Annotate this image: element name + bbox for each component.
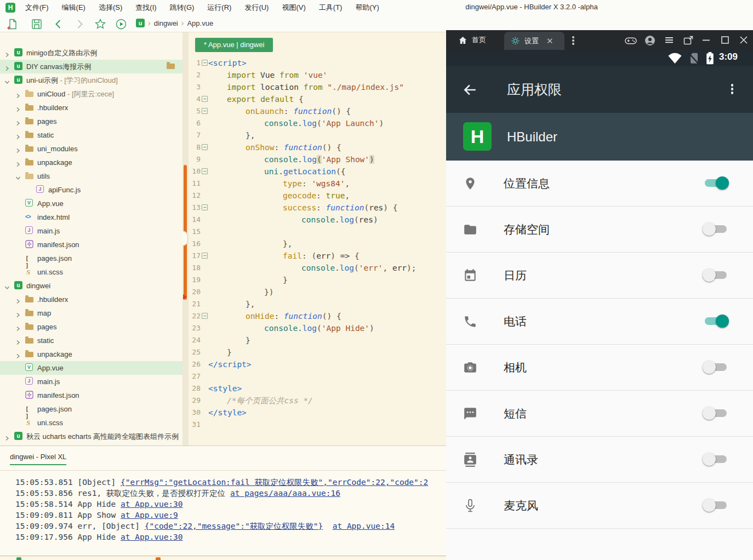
permission-toggle[interactable] <box>705 455 727 464</box>
emulator-tab-home[interactable]: 首页 <box>452 30 493 50</box>
chevron-right-icon[interactable] <box>15 118 21 124</box>
fold-marker-icon[interactable]: − <box>202 168 208 174</box>
forward-button[interactable] <box>73 18 85 30</box>
menu-item-6[interactable]: 发行(U) <box>238 0 275 15</box>
chevron-right-icon[interactable] <box>15 105 21 110</box>
permission-row-contacts[interactable]: 通讯录 <box>446 437 753 483</box>
tree-item[interactable]: Suni.scss <box>0 265 182 279</box>
tree-item[interactable]: [ ]pages.json <box>0 402 182 416</box>
tree-item[interactable]: .hbuilderx <box>0 101 182 115</box>
menu-item-0[interactable]: 文件(F) <box>19 0 55 15</box>
permission-row-microphone[interactable]: 麦克风 <box>446 483 753 529</box>
tree-item[interactable]: map <box>0 306 182 320</box>
tree-item[interactable]: VApp.vue <box>0 197 182 210</box>
account-icon[interactable] <box>644 35 655 46</box>
chevron-right-icon[interactable] <box>15 159 21 165</box>
panel-collapse-handle[interactable] <box>182 231 188 246</box>
fold-marker-icon[interactable]: − <box>202 60 208 66</box>
permission-row-calendar[interactable]: 日历 <box>446 253 753 299</box>
menu-item-8[interactable]: 工具(T) <box>312 0 349 15</box>
menu-item-7[interactable]: 视图(V) <box>275 0 312 15</box>
chevron-down-icon[interactable] <box>15 173 21 179</box>
permission-toggle[interactable] <box>705 317 727 325</box>
panel-sash[interactable] <box>182 32 189 445</box>
console-link[interactable]: {"code":22,"message":"获取定位权限失败"} <box>145 522 323 530</box>
permission-toggle[interactable] <box>705 179 727 187</box>
gamepad-icon[interactable] <box>625 35 636 46</box>
tree-item[interactable]: static <box>0 128 182 142</box>
tab-overflow-icon[interactable] <box>572 36 574 45</box>
tree-item[interactable]: uDIY canvas海报示例 <box>0 60 182 73</box>
tree-item[interactable]: Suni.scss <box>0 416 182 430</box>
chevron-down-icon[interactable] <box>4 283 10 288</box>
tree-item[interactable]: uniCloud - [阿里云:cece] <box>0 87 182 101</box>
tree-item[interactable]: utils <box>0 169 182 183</box>
breadcrumb-file[interactable]: App.vue <box>187 19 213 27</box>
code-editor[interactable]: * App.vue | dingwei 1−234−5−678−910−1112… <box>189 32 446 445</box>
tree-item[interactable]: Jmain.js <box>0 375 182 388</box>
console-link[interactable]: at App.vue:30 <box>121 500 183 508</box>
tree-item[interactable]: static <box>0 334 182 347</box>
tree-item[interactable]: unpackage <box>0 347 182 361</box>
tree-item[interactable]: uuni-ui示例 - [学习的uniCloud] <box>0 73 182 87</box>
resize-window-icon[interactable] <box>683 35 694 46</box>
tree-item[interactable]: JapiFunc.js <box>0 183 182 197</box>
console-link[interactable]: {"errMsg":"getLocation:fail 获取定位权限失败","e… <box>121 478 428 487</box>
permission-row-sms[interactable]: 短信 <box>446 391 753 437</box>
permission-toggle[interactable] <box>705 271 727 279</box>
console-link[interactable]: at App.vue:14 <box>333 522 395 530</box>
tree-item[interactable]: uni_modules <box>0 142 182 156</box>
tree-item[interactable]: pages <box>0 115 182 128</box>
tree-item[interactable]: Jmain.js <box>0 224 182 238</box>
permission-toggle[interactable] <box>705 501 727 510</box>
tree-item[interactable]: [ ]pages.json <box>0 252 182 265</box>
permission-toggle[interactable] <box>705 409 727 418</box>
menu-item-9[interactable]: 帮助(Y) <box>349 0 385 15</box>
close-tab-icon[interactable]: ✕ <box>546 36 554 46</box>
console-link[interactable]: at App.vue:9 <box>121 511 178 519</box>
menu-item-1[interactable]: 编辑(E) <box>55 0 92 15</box>
console-link[interactable]: at App.vue:30 <box>121 533 183 541</box>
editor-tab-appvue[interactable]: * App.vue | dingwei <box>195 38 273 52</box>
fold-marker-icon[interactable]: − <box>202 96 208 102</box>
permission-toggle[interactable] <box>705 363 727 372</box>
tree-item[interactable]: unpackage <box>0 156 182 169</box>
back-arrow-icon[interactable] <box>463 83 476 95</box>
tree-item[interactable]: <>index.html <box>0 210 182 224</box>
tree-item[interactable]: .hbuilderx <box>0 293 182 306</box>
tree-item[interactable]: manifest.json <box>0 238 182 252</box>
run-button[interactable] <box>115 18 127 30</box>
tree-item[interactable]: udingwei <box>0 279 182 293</box>
menu-item-3[interactable]: 查找(I) <box>129 0 163 15</box>
tree-item[interactable]: pages <box>0 320 182 334</box>
new-file-button[interactable] <box>7 18 19 30</box>
fold-marker-icon[interactable]: − <box>202 144 208 150</box>
menu-item-4[interactable]: 跳转(G) <box>163 0 201 15</box>
chevron-right-icon[interactable] <box>15 132 21 138</box>
chevron-right-icon[interactable] <box>15 91 21 96</box>
fold-marker-icon[interactable]: − <box>202 204 208 210</box>
console-tab[interactable]: dingwei - Pixel XL <box>10 453 66 465</box>
emulator-tab-settings[interactable]: 设置 ✕ <box>504 32 564 50</box>
chevron-right-icon[interactable] <box>15 296 21 302</box>
chevron-down-icon[interactable] <box>4 77 10 83</box>
tree-item[interactable]: VApp.vue <box>0 361 182 375</box>
maximize-icon[interactable] <box>720 35 731 46</box>
permission-row-phone[interactable]: 电话 <box>446 299 753 345</box>
bookmark-button[interactable] <box>94 18 106 30</box>
breadcrumb-project[interactable]: dingwei <box>154 19 178 27</box>
permission-toggle[interactable] <box>705 225 727 233</box>
menu-icon[interactable] <box>664 35 675 46</box>
tree-item[interactable]: uminigo自定义路由示例 <box>0 46 182 60</box>
tree-item[interactable]: u秋云 ucharts echarts 高性能跨全端图表组件示例 <box>0 430 182 443</box>
chevron-right-icon[interactable] <box>15 324 21 329</box>
chevron-right-icon[interactable] <box>15 351 21 357</box>
save-button[interactable] <box>31 18 43 30</box>
tree-item[interactable]: manifest.json <box>0 388 182 402</box>
close-window-icon[interactable] <box>739 35 750 46</box>
menu-item-5[interactable]: 运行(R) <box>201 0 238 15</box>
permission-row-folder[interactable]: 存储空间 <box>446 207 753 253</box>
chevron-right-icon[interactable] <box>4 433 10 439</box>
permission-row-location[interactable]: 位置信息 <box>446 161 753 207</box>
chevron-right-icon[interactable] <box>15 146 21 151</box>
